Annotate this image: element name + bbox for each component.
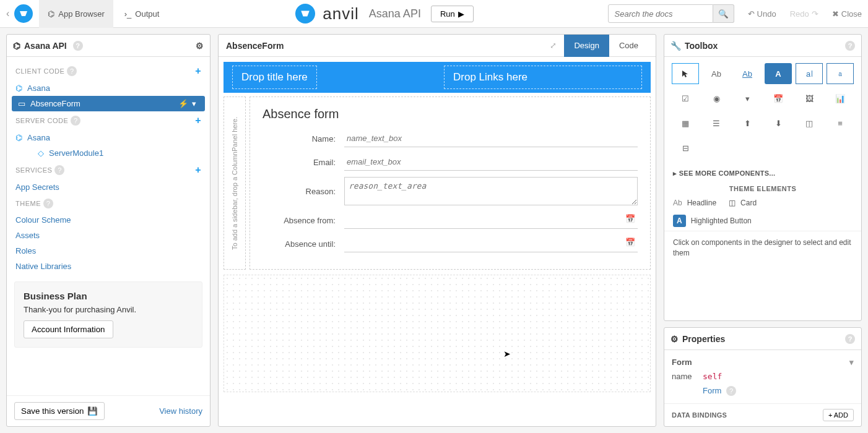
prop-form-link-label: Form (703, 386, 721, 395)
redo-button: Redo ↷ (790, 9, 818, 19)
tool-pointer[interactable] (672, 63, 699, 84)
tool-radio[interactable]: ◉ (703, 88, 730, 109)
help-icon[interactable]: ? (845, 41, 855, 51)
form-icon: ▭ (18, 99, 25, 108)
tree-absence-form[interactable]: ▭ AbsenceForm ⚡ ▾ (12, 96, 205, 111)
bolt-icon[interactable]: ⚡ (178, 99, 188, 108)
tree-assets[interactable]: Assets (7, 228, 210, 243)
data-bindings-label: DATA BINDINGS (672, 411, 727, 419)
chevron-down-icon[interactable]: ▾ (192, 99, 196, 108)
absence-from-date[interactable] (344, 212, 638, 229)
button-icon: A (673, 215, 686, 227)
chevron-down-icon[interactable]: ▾ (849, 358, 854, 367)
tree-native-libs[interactable]: Native Libraries (7, 259, 210, 274)
account-info-button[interactable]: Account Information (24, 320, 113, 338)
tree-roles[interactable]: Roles (7, 243, 210, 259)
tree-colour-scheme[interactable]: Colour Scheme (7, 212, 210, 228)
add-server-code[interactable]: + (195, 115, 201, 126)
empty-drop-area[interactable] (224, 275, 651, 392)
see-more-components[interactable]: ▸ SEE MORE COMPONENTS... (664, 165, 861, 182)
theme-headline[interactable]: Ab Headline (673, 199, 716, 207)
help-icon[interactable]: ? (726, 386, 736, 396)
save-version-button[interactable]: Save this version 💾 (14, 402, 105, 420)
plan-text: Thank-you for purchasing Anvil. (24, 305, 193, 314)
tree-asana-server[interactable]: ⌬ Asana (7, 130, 210, 145)
view-history-link[interactable]: View history (159, 406, 202, 416)
theme-elements-header: THEME ELEMENTS (664, 182, 861, 195)
name-text-box[interactable] (344, 130, 638, 147)
sidebar-drop-zone[interactable]: To add a sidebar, drop a ColumnPanel her… (224, 96, 246, 270)
tab-code[interactable]: Code (609, 35, 648, 57)
tool-plot[interactable]: 📊 (827, 88, 854, 109)
tab-output[interactable]: ›_ Output (116, 0, 168, 28)
field-label-email[interactable]: Email: (263, 158, 336, 167)
tool-dropdown[interactable]: ▾ (734, 88, 761, 109)
tool-download[interactable]: ⬇ (765, 113, 792, 134)
tool-repeating-panel[interactable]: ☰ (703, 113, 730, 134)
tree-asana-client-label: Asana (27, 84, 50, 93)
tool-button[interactable]: A (765, 63, 792, 84)
card-area[interactable]: Absence form Name: Email: Reason: A (250, 96, 651, 270)
undo-label: Undo (757, 9, 776, 19)
section-server-code: SERVER CODE (15, 117, 68, 124)
tool-file-upload[interactable]: ⬆ (734, 113, 761, 134)
field-label-name[interactable]: Name: (263, 134, 336, 144)
reason-text-area[interactable] (344, 177, 638, 205)
prop-section-form[interactable]: Form (672, 358, 692, 367)
email-text-box[interactable] (344, 153, 638, 171)
calendar-icon[interactable]: 📅 (625, 214, 635, 223)
tool-datepicker[interactable]: 📅 (765, 88, 792, 109)
floppy-icon: 💾 (87, 406, 98, 416)
close-button[interactable]: ✖ Close (832, 9, 862, 19)
tool-flow-panel[interactable]: ≡ (827, 113, 854, 134)
help-icon[interactable]: ? (43, 199, 53, 208)
field-label-from[interactable]: Absence from: (263, 216, 336, 225)
terminal-icon: ›_ (124, 9, 132, 19)
search-button[interactable]: 🔍 (713, 4, 734, 23)
drop-links-zone[interactable]: Drop Links here (444, 66, 642, 89)
theme-card[interactable]: ◫ Card (729, 199, 757, 207)
add-service[interactable]: + (195, 165, 201, 176)
tool-textarea[interactable]: a (827, 63, 854, 84)
sitemap-icon: ⌬ (13, 41, 20, 51)
form-heading[interactable]: Absence form (263, 107, 638, 121)
tab-design[interactable]: Design (564, 35, 609, 57)
help-icon[interactable]: ? (71, 116, 80, 126)
tool-textbox[interactable]: a (796, 63, 823, 84)
tool-label[interactable]: Ab (703, 63, 730, 84)
tool-link[interactable]: Ab (734, 63, 761, 84)
add-client-code[interactable]: + (195, 66, 201, 77)
tool-data-grid[interactable]: ▦ (672, 113, 699, 134)
help-icon[interactable]: ? (73, 41, 83, 51)
drop-title-zone[interactable]: Drop title here (232, 66, 317, 89)
back-chevron[interactable]: ‹ (6, 8, 9, 19)
tool-image[interactable]: 🖼 (796, 88, 823, 109)
gear-icon[interactable]: ⚙ (196, 41, 204, 51)
tab-app-browser[interactable]: ⌬ App Browser (39, 0, 113, 28)
theme-highlighted-button[interactable]: A Highlighted Button (673, 215, 752, 227)
absence-until-date[interactable] (344, 235, 638, 252)
tool-linear-panel[interactable]: ⊟ (672, 137, 699, 158)
tool-checkbox[interactable]: ☑ (672, 88, 699, 109)
field-label-until[interactable]: Absence until: (263, 239, 336, 249)
help-icon[interactable]: ? (54, 165, 64, 175)
help-icon[interactable]: ? (845, 334, 855, 344)
field-label-reason[interactable]: Reason: (263, 187, 336, 196)
expand-icon[interactable]: ⤢ (550, 41, 557, 50)
tree-server-module[interactable]: ◇ ServerModule1 (7, 145, 210, 161)
card-icon: ◫ (729, 199, 736, 207)
prop-name-value[interactable]: self (703, 372, 722, 381)
calendar-icon[interactable]: 📅 (625, 238, 635, 247)
form-name-title: AbsenceForm (226, 41, 284, 51)
anvil-logo-icon (14, 4, 33, 23)
help-icon[interactable]: ? (67, 66, 77, 76)
undo-button[interactable]: ↶ Undo (748, 9, 776, 19)
add-binding-button[interactable]: + ADD (823, 409, 854, 421)
tree-asana-client[interactable]: ⌬ Asana (7, 80, 210, 96)
tool-column-panel[interactable]: ◫ (796, 113, 823, 134)
tree-app-secrets[interactable]: App Secrets (7, 179, 210, 195)
run-button[interactable]: Run ▶ (431, 6, 474, 22)
prop-form-link[interactable]: Form ? (672, 386, 736, 396)
search-input[interactable] (608, 4, 713, 23)
tree-asana-server-label: Asana (27, 133, 50, 142)
